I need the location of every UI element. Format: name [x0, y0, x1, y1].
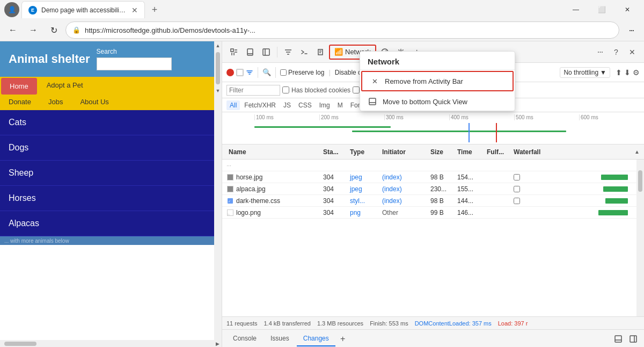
- profile-avatar[interactable]: 👤: [4, 2, 19, 17]
- network-settings-icon[interactable]: ⚙: [633, 68, 640, 77]
- dock-right-icon[interactable]: [627, 332, 640, 345]
- elements-icon[interactable]: [281, 45, 296, 60]
- more-options-button[interactable]: ···: [623, 21, 640, 39]
- wf-checkbox-horse[interactable]: [514, 174, 520, 180]
- network-status-bar: 11 requests 1.4 kB transferred 1.3 MB re…: [222, 316, 644, 329]
- type-img-button[interactable]: Img: [316, 100, 333, 110]
- sub-separator-2: [275, 67, 276, 78]
- nav-aboutus[interactable]: About Us: [71, 96, 117, 108]
- search-input[interactable]: [97, 57, 172, 70]
- col-header-time[interactable]: Time: [455, 148, 485, 156]
- tab-changes[interactable]: Changes: [297, 331, 335, 346]
- scroll-down-arrow[interactable]: ▼: [214, 86, 222, 95]
- animal-item-horses[interactable]: Horses: [0, 186, 222, 211]
- restore-button[interactable]: ⬜: [589, 1, 614, 18]
- table-row[interactable]: ✓ dark-theme.css 304 styl... (index) 98 …: [222, 195, 636, 207]
- throttle-dropdown[interactable]: No throttling ▼: [560, 67, 610, 78]
- table-row[interactable]: alpaca.jpg 304 jpeg (index) 230... 155..…: [222, 183, 636, 195]
- settings-gear-icon[interactable]: [393, 45, 408, 60]
- vertical-scrollbar[interactable]: ▲ ▼: [214, 41, 222, 347]
- wf-checkbox-alpaca[interactable]: [514, 186, 520, 192]
- col-header-initiator[interactable]: Initiator: [380, 148, 428, 156]
- devtools-more-button[interactable]: ···: [592, 45, 608, 60]
- type-wasm-button[interactable]: Wasm: [404, 100, 429, 110]
- devtools-close-button[interactable]: ✕: [625, 45, 640, 60]
- more-tools-button[interactable]: +: [409, 45, 425, 60]
- third-party-checkbox[interactable]: [416, 86, 423, 93]
- forward-button[interactable]: →: [25, 21, 42, 39]
- third-party-label: 3rd-party requests: [425, 86, 477, 94]
- col-header-size[interactable]: Size: [428, 148, 455, 156]
- col-header-type[interactable]: Type: [348, 148, 380, 156]
- animal-item-cats[interactable]: Cats: [0, 110, 222, 135]
- col-header-fulf[interactable]: Fulf...: [485, 148, 511, 156]
- close-button[interactable]: ✕: [615, 1, 640, 18]
- type-ws-button[interactable]: WS: [386, 100, 403, 110]
- table-row[interactable]: horse.jpg 304 jpeg (index) 98 B 154...: [222, 171, 636, 183]
- col-header-waterfall[interactable]: Waterfall ▲: [511, 148, 642, 156]
- dock-bottom-icon[interactable]: [612, 332, 625, 345]
- table-row[interactable]: logo.png 304 png Other 99 B 146...: [222, 207, 636, 219]
- network-button[interactable]: 📶 Network: [329, 45, 376, 60]
- nav-adopt[interactable]: Adopt a Pet: [38, 77, 92, 96]
- filter-settings-icon[interactable]: [246, 69, 253, 76]
- type-all-button[interactable]: All: [226, 100, 240, 110]
- col-header-status[interactable]: Sta...: [321, 148, 348, 156]
- sources-icon[interactable]: [313, 45, 328, 60]
- wf-checkbox-css[interactable]: [514, 198, 520, 204]
- type-fetchxhr-button[interactable]: Fetch/XHR: [241, 100, 279, 110]
- devtools-help-icon[interactable]: ?: [609, 45, 624, 60]
- cell-initiator-css[interactable]: (index): [380, 197, 428, 205]
- preserve-log-checkbox[interactable]: Preserve log: [280, 69, 324, 76]
- type-css-button[interactable]: CSS: [295, 100, 315, 110]
- domcontentloaded-time: DOMContentLoaded: 357 ms: [415, 320, 492, 327]
- scroll-thumb[interactable]: [216, 52, 220, 84]
- record-button[interactable]: [226, 69, 234, 76]
- tab-close-button[interactable]: ✕: [131, 6, 138, 15]
- cell-size-alpaca: 230...: [428, 185, 455, 193]
- reload-button[interactable]: ↻: [45, 21, 62, 39]
- stop-button[interactable]: [236, 69, 244, 76]
- tab-issues[interactable]: Issues: [264, 331, 296, 346]
- nav-jobs[interactable]: Jobs: [40, 96, 71, 108]
- table-scroll-thumb[interactable]: [638, 170, 642, 192]
- blocked-requests-checkbox[interactable]: [353, 86, 360, 93]
- tick-400: 400 ms: [449, 114, 514, 120]
- table-vertical-scrollbar[interactable]: [636, 160, 644, 316]
- add-tab-button[interactable]: +: [336, 332, 349, 345]
- nav-donate[interactable]: Donate: [0, 96, 40, 108]
- upload-icon[interactable]: ⬆: [616, 68, 622, 77]
- type-doc-button[interactable]: Doc: [368, 100, 385, 110]
- animal-item-alpacas[interactable]: Alpacas: [0, 211, 222, 236]
- transferred-size: 1.4 kB transferred: [264, 320, 310, 327]
- type-manifest-button[interactable]: Manifest: [430, 100, 460, 110]
- type-other-button[interactable]: Other: [462, 100, 484, 110]
- animal-item-sheep[interactable]: Sheep: [0, 161, 222, 186]
- cell-initiator-horse[interactable]: (index): [380, 174, 428, 181]
- scroll-up-arrow[interactable]: ▲: [214, 41, 222, 50]
- animal-item-dogs[interactable]: Dogs: [0, 135, 222, 161]
- type-font-button[interactable]: Font: [347, 100, 367, 110]
- console-icon[interactable]: [297, 45, 312, 60]
- cell-initiator-alpaca[interactable]: (index): [380, 185, 428, 193]
- tab-console[interactable]: Console: [226, 331, 263, 346]
- address-bar[interactable]: 🔒 https://microsoftedge.github.io/Demos/…: [65, 21, 619, 39]
- nav-home[interactable]: Home: [1, 78, 37, 95]
- search-button[interactable]: 🔍: [262, 68, 271, 76]
- new-tab-button[interactable]: +: [147, 2, 162, 17]
- device-icon[interactable]: [243, 45, 258, 60]
- table-header: Name Sta... Type Initiator Size Time Ful…: [222, 144, 644, 160]
- has-blocked-cookies-checkbox[interactable]: [282, 86, 289, 93]
- filter-input[interactable]: [226, 85, 280, 96]
- download-icon[interactable]: ⬇: [624, 68, 631, 77]
- horizontal-scrollbar[interactable]: ▶: [0, 340, 222, 347]
- sidebar-icon[interactable]: [259, 45, 274, 60]
- performance-icon[interactable]: [377, 45, 392, 60]
- back-button[interactable]: ←: [4, 21, 21, 39]
- type-media-button[interactable]: M: [334, 100, 346, 110]
- type-js-button[interactable]: JS: [280, 100, 294, 110]
- minimize-button[interactable]: —: [564, 1, 588, 18]
- inspect-icon[interactable]: [226, 45, 241, 60]
- h-scroll-thumb[interactable]: [4, 342, 36, 346]
- browser-tab[interactable]: E Demo page with accessibility issu ✕: [21, 1, 145, 18]
